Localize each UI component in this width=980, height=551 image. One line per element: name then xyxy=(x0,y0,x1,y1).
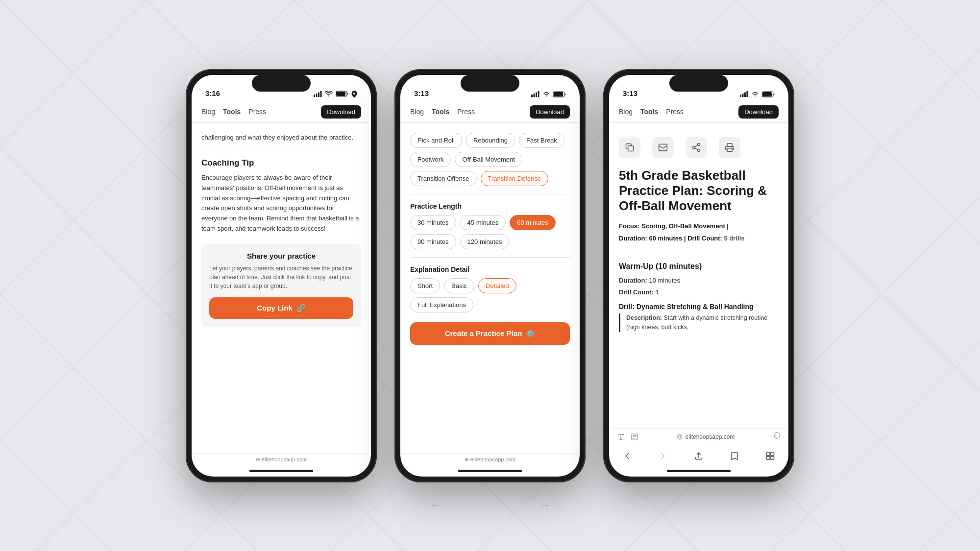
copy-icon-box[interactable] xyxy=(619,137,640,158)
drill-name: Dynamic Stretching & Ball Handling xyxy=(637,303,754,311)
svg-rect-7 xyxy=(531,95,533,97)
nav-press-3[interactable]: Press xyxy=(666,108,684,116)
explanation-tags: Short Basic Detailed Full Explanations xyxy=(410,278,570,312)
tag-120min[interactable]: 120 minutes xyxy=(460,234,510,249)
svg-rect-16 xyxy=(747,91,748,97)
drill-label: Drill: xyxy=(619,303,635,311)
svg-rect-0 xyxy=(314,95,315,97)
warmup-drill-count: Drill Count: 1 xyxy=(619,287,779,298)
nav-blog-1[interactable]: Blog xyxy=(201,108,215,116)
home-bar-2 xyxy=(458,470,522,472)
back-button[interactable] xyxy=(617,449,637,463)
tag-off-ball-movement[interactable]: Off-Ball Movement xyxy=(455,152,522,167)
content-area-1: challenging and what they enjoyed about … xyxy=(192,123,371,453)
nav-blog-2[interactable]: Blog xyxy=(410,108,424,116)
battery-icon-3 xyxy=(762,91,775,97)
tag-30min[interactable]: 30 minutes xyxy=(410,215,456,230)
tag-45min[interactable]: 45 minutes xyxy=(460,215,506,230)
drill-description: Description: Start with a dynamic stretc… xyxy=(619,313,779,332)
svg-rect-18 xyxy=(762,92,772,96)
status-icons-3 xyxy=(740,91,775,97)
tag-detailed[interactable]: Detailed xyxy=(478,278,516,293)
status-time-2: 3:13 xyxy=(414,89,429,97)
nav-press-1[interactable]: Press xyxy=(248,108,266,116)
tag-rebounding[interactable]: Rebounding xyxy=(466,133,515,148)
copy-link-button[interactable]: Copy Link 🔗 xyxy=(209,297,353,319)
svg-rect-1 xyxy=(316,94,318,97)
drill-count: 5 drills xyxy=(724,235,745,242)
share-title: Share your practice xyxy=(209,252,353,260)
tag-fast-break[interactable]: Fast Break xyxy=(519,133,564,148)
create-practice-plan-button[interactable]: Create a Practice Plan ⚙️ xyxy=(410,322,570,345)
svg-point-6 xyxy=(353,93,355,95)
practice-duration: Duration: 60 minutes | Drill Count: 5 dr… xyxy=(619,234,779,244)
nav-blog-3[interactable]: Blog xyxy=(619,108,633,116)
svg-rect-32 xyxy=(771,456,774,459)
divider-2 xyxy=(410,194,570,194)
upload-button[interactable] xyxy=(689,449,709,463)
url-bar-1: ⊕ elitehoopsapp.com xyxy=(192,453,371,466)
tag-pick-and-roll[interactable]: Pick and Roll xyxy=(410,133,462,148)
warmup-drill-count-value: 1 xyxy=(655,288,659,296)
nav-tools-2[interactable]: Tools xyxy=(432,108,449,116)
forward-icon xyxy=(658,451,668,461)
drill-title: Drill: Dynamic Stretching & Ball Handlin… xyxy=(619,303,779,311)
download-button-1[interactable]: Download xyxy=(321,105,361,119)
share-description: Let your players, parents and coaches se… xyxy=(209,264,353,290)
svg-rect-20 xyxy=(659,144,667,150)
browser-url-area[interactable]: elitehoopsapp.com xyxy=(677,433,735,440)
mail-icon-box[interactable] xyxy=(652,137,674,158)
status-time-1: 3:16 xyxy=(205,89,220,97)
url-bar-2: ⊕ elitehoopsapp.com xyxy=(400,453,580,466)
copy-link-label: Copy Link xyxy=(257,304,293,312)
svg-rect-10 xyxy=(538,91,539,97)
tag-footwork[interactable]: Footwork xyxy=(410,152,451,167)
svg-rect-3 xyxy=(320,91,322,97)
explanation-detail-label: Explanation Detail xyxy=(410,265,570,273)
url-text-2: ⊕ elitehoopsapp.com xyxy=(465,456,515,463)
nav-tools-3[interactable]: Tools xyxy=(640,108,658,116)
tag-short[interactable]: Short xyxy=(410,278,440,293)
nav-bar-3: Blog Tools Press Download xyxy=(609,101,788,123)
download-button-3[interactable]: Download xyxy=(738,105,779,119)
tabs-button[interactable] xyxy=(760,449,780,463)
tags-container: Pick and Roll Rebounding Fast Break Foot… xyxy=(410,133,570,186)
tag-full-explanations[interactable]: Full Explanations xyxy=(410,297,473,312)
share-icon-box[interactable] xyxy=(686,137,707,158)
svg-rect-8 xyxy=(534,94,535,97)
globe-icon xyxy=(677,434,683,440)
location-icon-1 xyxy=(351,91,357,97)
svg-rect-25 xyxy=(727,148,732,151)
svg-rect-12 xyxy=(554,92,563,96)
battery-icon-2 xyxy=(553,91,566,97)
print-icon-box[interactable] xyxy=(719,137,740,158)
download-button-2[interactable]: Download xyxy=(530,105,570,119)
bookmark-button[interactable] xyxy=(725,449,744,463)
nav-press-2[interactable]: Press xyxy=(457,108,475,116)
nav-tools-1[interactable]: Tools xyxy=(223,108,241,116)
share-box: Share your practice Let your players, pa… xyxy=(201,244,361,327)
browser-url-text: elitehoopsapp.com xyxy=(686,433,735,440)
create-btn-label: Create a Practice Plan xyxy=(445,329,522,337)
content-area-3: 5th Grade Basketball Practice Plan: Scor… xyxy=(609,123,788,429)
description-label: Description: xyxy=(626,314,662,321)
tag-transition-offense[interactable]: Transition Offense xyxy=(410,171,477,186)
forward-button[interactable] xyxy=(653,449,673,463)
tag-transition-defense[interactable]: Transition Defense xyxy=(481,171,549,186)
signal-icon-1 xyxy=(314,91,322,97)
duration-label: Duration: xyxy=(619,235,647,242)
battery-icon-1 xyxy=(336,91,348,97)
reload-icon-box[interactable] xyxy=(773,432,781,442)
share-icon xyxy=(691,143,701,152)
warmup-duration-value: 10 minutes xyxy=(649,277,680,284)
warmup-section: Warm-Up (10 minutes) Duration: 10 minute… xyxy=(619,262,779,332)
tag-60min[interactable]: 60 minutes xyxy=(510,215,556,230)
tabs-icon xyxy=(765,451,775,461)
bookmark-icon xyxy=(730,451,739,461)
phone-3-screen: 3:13 xyxy=(609,75,788,477)
body-text-1: challenging and what they enjoyed about … xyxy=(201,133,361,143)
tag-basic[interactable]: Basic xyxy=(444,278,474,293)
phone-1: 3:16 xyxy=(186,69,377,482)
svg-rect-9 xyxy=(536,93,537,97)
tag-90min[interactable]: 90 minutes xyxy=(410,234,456,249)
